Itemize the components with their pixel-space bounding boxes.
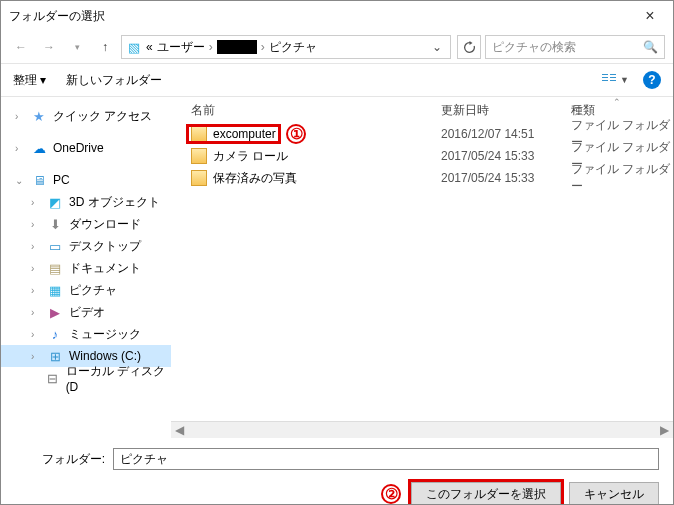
breadcrumb-chevron: ›: [261, 40, 265, 54]
search-input[interactable]: ピクチャの検索 🔍: [485, 35, 665, 59]
sort-indicator: ⌃: [366, 97, 674, 107]
back-button[interactable]: ←: [9, 35, 33, 59]
breadcrumb-chevron: «: [146, 40, 153, 54]
folder-icon: [191, 126, 207, 142]
tree-desktop[interactable]: ›▭デスクトップ: [1, 235, 171, 257]
tree-music[interactable]: ›♪ミュージック: [1, 323, 171, 345]
svg-rect-0: [602, 74, 608, 75]
list-item[interactable]: 保存済みの写真 2017/05/24 15:33 ファイル フォルダー: [171, 167, 673, 189]
breadcrumb-chevron: ›: [209, 40, 213, 54]
svg-rect-3: [610, 74, 616, 75]
forward-button: →: [37, 35, 61, 59]
pc-icon: 🖥: [31, 172, 47, 188]
file-list: ⌃ 名前 更新日時 種類 excomputer 2016/12/07 14:51…: [171, 97, 673, 421]
close-icon[interactable]: ×: [635, 7, 665, 25]
footer: フォルダー: ② このフォルダーを選択 キャンセル: [1, 438, 673, 505]
tree-local-disk[interactable]: ⊟ローカル ディスク (D: [1, 367, 171, 389]
new-folder-button[interactable]: 新しいフォルダー: [66, 72, 162, 89]
tree-pictures[interactable]: ›▦ピクチャ: [1, 279, 171, 301]
refresh-button[interactable]: [457, 35, 481, 59]
titlebar: フォルダーの選択 ×: [1, 1, 673, 31]
search-icon: 🔍: [643, 40, 658, 54]
address-bar[interactable]: ▧ « ユーザー › › ピクチャ ⌄: [121, 35, 451, 59]
annotation-2: ②: [381, 484, 401, 504]
window-title: フォルダーの選択: [9, 8, 105, 25]
scroll-right[interactable]: ▶: [656, 423, 673, 437]
tree-pc[interactable]: ⌄🖥PC: [1, 169, 171, 191]
organize-menu[interactable]: 整理 ▾: [13, 72, 46, 89]
select-folder-button[interactable]: このフォルダーを選択: [411, 482, 561, 505]
cloud-icon: ☁: [31, 140, 47, 156]
up-button[interactable]: ↑: [93, 35, 117, 59]
folder-icon: [191, 148, 207, 164]
help-button[interactable]: ?: [643, 71, 661, 89]
music-icon: ♪: [47, 326, 63, 342]
folder-icon: ▧: [126, 39, 142, 55]
tree-videos[interactable]: ›▶ビデオ: [1, 301, 171, 323]
view-options-button[interactable]: ▼: [598, 71, 633, 89]
address-dropdown[interactable]: ⌄: [428, 40, 446, 54]
h-scrollbar[interactable]: ◀ ▶: [171, 421, 673, 438]
breadcrumb-seg[interactable]: ピクチャ: [269, 39, 317, 56]
download-icon: ⬇: [47, 216, 63, 232]
breadcrumb-seg[interactable]: ユーザー: [157, 39, 205, 56]
picture-icon: ▦: [47, 282, 63, 298]
breadcrumb-redacted: [217, 40, 257, 54]
recent-dropdown[interactable]: ▾: [65, 35, 89, 59]
document-icon: ▤: [47, 260, 63, 276]
drive-icon: ⊞: [47, 348, 63, 364]
tree-quick-access[interactable]: ›★クイック アクセス: [1, 105, 171, 127]
scroll-left[interactable]: ◀: [171, 423, 188, 437]
search-placeholder: ピクチャの検索: [492, 39, 576, 56]
svg-rect-5: [610, 80, 616, 81]
navbar: ← → ▾ ↑ ▧ « ユーザー › › ピクチャ ⌄ ピクチャの検索 🔍: [1, 31, 673, 63]
tree-documents[interactable]: ›▤ドキュメント: [1, 257, 171, 279]
disk-icon: ⊟: [45, 370, 60, 386]
svg-rect-2: [602, 80, 608, 81]
cancel-button[interactable]: キャンセル: [569, 482, 659, 505]
svg-rect-1: [602, 77, 608, 78]
folder-name-input[interactable]: [113, 448, 659, 470]
folder-icon: [191, 170, 207, 186]
tree-downloads[interactable]: ›⬇ダウンロード: [1, 213, 171, 235]
video-icon: ▶: [47, 304, 63, 320]
desktop-icon: ▭: [47, 238, 63, 254]
nav-tree: ›★クイック アクセス ›☁OneDrive ⌄🖥PC ›◩3D オブジェクト …: [1, 97, 171, 421]
star-icon: ★: [31, 108, 47, 124]
cube-icon: ◩: [47, 194, 63, 210]
tree-onedrive[interactable]: ›☁OneDrive: [1, 137, 171, 159]
svg-rect-4: [610, 77, 616, 78]
toolbar: 整理 ▾ 新しいフォルダー ▼ ?: [1, 63, 673, 97]
tree-3d[interactable]: ›◩3D オブジェクト: [1, 191, 171, 213]
folder-label: フォルダー:: [15, 451, 105, 468]
